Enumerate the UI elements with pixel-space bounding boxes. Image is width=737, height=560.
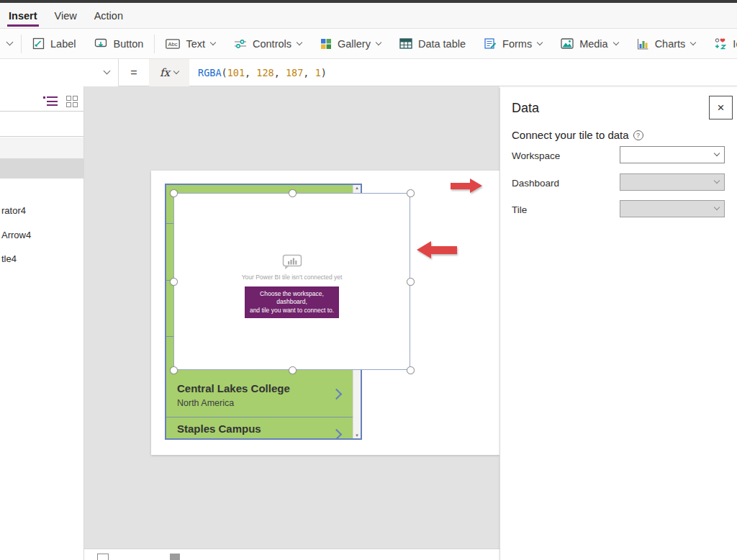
- forms-icon: [484, 38, 497, 50]
- fx-dropdown[interactable]: fx: [149, 59, 189, 86]
- selection-handle-top-mid[interactable]: [289, 189, 297, 197]
- formula-punctuation: ,: [245, 67, 256, 78]
- tree-view-icon[interactable]: [45, 96, 58, 107]
- menu-tab-view[interactable]: View: [46, 3, 86, 28]
- tree-panel-view-toggles: [0, 92, 83, 111]
- chevron-down-icon: [6, 39, 14, 46]
- property-dropdown[interactable]: [0, 59, 119, 86]
- formula-input[interactable]: RGBA(101, 128, 187, 1): [198, 67, 327, 78]
- next-arrow-icon[interactable]: [331, 389, 343, 400]
- chevron-down-icon: [376, 39, 381, 45]
- chevron-down-icon: [612, 39, 618, 45]
- data-panel-title: Data: [512, 101, 539, 116]
- media-menu-text: Media: [579, 38, 608, 50]
- close-icon: ×: [718, 101, 725, 115]
- icons-menu-button[interactable]: Icons: [705, 29, 737, 58]
- selection-handle-mid-left[interactable]: [170, 278, 178, 286]
- chevron-down-icon: [210, 39, 216, 45]
- gallery-menu-text: Gallery: [338, 38, 371, 50]
- chevron-down-icon: [173, 68, 179, 73]
- chevron-down-icon: [690, 39, 696, 45]
- powerbi-tile-content: Your Power BI tile isn't connected yet C…: [174, 254, 410, 318]
- menu-tab-insert[interactable]: Insert: [0, 3, 46, 28]
- data-table-icon: [399, 38, 412, 49]
- chevron-down-icon: [714, 204, 720, 210]
- chevron-down-icon: [714, 178, 720, 184]
- data-panel-heading: Connect your tile to data ?: [512, 129, 643, 141]
- selection-handle-bottom-left[interactable]: [170, 366, 178, 374]
- formula-punctuation: ,: [303, 67, 315, 78]
- dashboard-dropdown: [620, 173, 725, 191]
- tree-search-input[interactable]: [0, 111, 83, 137]
- dashboard-label: Dashboard: [512, 178, 559, 189]
- formula-punctuation: (: [222, 67, 227, 78]
- label-icon: [32, 37, 45, 50]
- controls-menu-text: Controls: [253, 38, 291, 50]
- gallery-menu-button[interactable]: Gallery: [311, 29, 390, 58]
- selection-handle-bottom-mid[interactable]: [289, 366, 297, 374]
- menubar: Insert View Action: [0, 3, 737, 29]
- tree-item[interactable]: tle4: [1, 253, 17, 264]
- tree-item[interactable]: rator4: [1, 205, 26, 216]
- next-arrow-icon[interactable]: [331, 429, 343, 441]
- selection-handle-top-left[interactable]: [170, 189, 178, 197]
- menu-tab-action[interactable]: Action: [86, 3, 132, 28]
- data-panel-heading-text: Connect your tile to data: [512, 129, 629, 141]
- charts-icon: [637, 38, 649, 50]
- tree-row[interactable]: [0, 137, 83, 158]
- formula-arg: 1: [315, 67, 321, 78]
- charts-menu-button[interactable]: Charts: [628, 29, 705, 58]
- formula-bar: = fx RGBA(101, 128, 187, 1): [0, 59, 737, 86]
- formula-function: RGBA: [198, 67, 222, 78]
- powerbi-tile-control[interactable]: Your Power BI tile isn't connected yet C…: [173, 193, 410, 370]
- screen-thumbnail[interactable]: [170, 554, 180, 560]
- text-icon: Abc: [166, 39, 180, 49]
- chevron-down-icon: [537, 39, 543, 45]
- selection-handle-mid-right[interactable]: [407, 278, 415, 286]
- scroll-up-icon[interactable]: ▲: [353, 186, 361, 190]
- gallery-row-title: Staples Campus: [177, 423, 261, 435]
- gallery-icon: [320, 38, 332, 50]
- data-table-button[interactable]: Data table: [390, 29, 475, 58]
- label-button[interactable]: Label: [23, 29, 85, 58]
- formula-punctuation: ): [321, 67, 327, 78]
- scroll-down-icon[interactable]: ▼: [353, 433, 361, 438]
- close-button[interactable]: ×: [709, 96, 733, 119]
- controls-icon: [234, 38, 247, 50]
- screens-tree-panel: rator4 Arrow4 tle4: [0, 86, 84, 560]
- annotation-arrow-left: [417, 241, 457, 258]
- workspace-dropdown[interactable]: [620, 146, 725, 163]
- toolbar-separator: [21, 35, 22, 53]
- gallery-row-subtitle: North America: [177, 398, 234, 408]
- help-icon[interactable]: ?: [633, 130, 643, 140]
- media-icon: [561, 38, 574, 49]
- text-menu-button[interactable]: Abc Text: [156, 29, 225, 58]
- fx-label: fx: [160, 66, 170, 79]
- formula-arg: 101: [227, 67, 245, 78]
- tree-row-selected[interactable]: [0, 158, 83, 179]
- forms-menu-text: Forms: [502, 38, 532, 50]
- formula-arg: 128: [256, 67, 273, 78]
- text-menu-text: Text: [186, 38, 205, 50]
- workspace-label: Workspace: [512, 150, 560, 161]
- ribbon-overflow-button[interactable]: [0, 29, 19, 58]
- button-button[interactable]: Button: [85, 29, 153, 58]
- controls-menu-button[interactable]: Controls: [225, 29, 311, 58]
- tile-label: Tile: [512, 204, 527, 215]
- data-table-text: Data table: [418, 38, 466, 50]
- powerbi-status-text: Your Power BI tile isn't connected yet: [242, 274, 343, 281]
- powerbi-logo-icon: [282, 254, 302, 269]
- forms-menu-button[interactable]: Forms: [475, 29, 551, 58]
- chevron-down-icon: [104, 68, 111, 75]
- thumbnail-view-icon[interactable]: [66, 96, 78, 107]
- icons-menu-text: Icons: [733, 38, 737, 50]
- svg-text:Abc: Abc: [168, 41, 178, 48]
- screen-thumbnail[interactable]: [97, 554, 109, 560]
- selection-handle-bottom-right[interactable]: [407, 366, 415, 374]
- formula-punctuation: ,: [274, 67, 286, 78]
- media-menu-button[interactable]: Media: [551, 29, 628, 58]
- powerapps-studio-window: Insert View Action Label Button Abc Text…: [0, 0, 737, 560]
- tree-item[interactable]: Arrow4: [1, 230, 31, 240]
- button-icon: [94, 37, 107, 50]
- selection-handle-top-right[interactable]: [407, 189, 415, 197]
